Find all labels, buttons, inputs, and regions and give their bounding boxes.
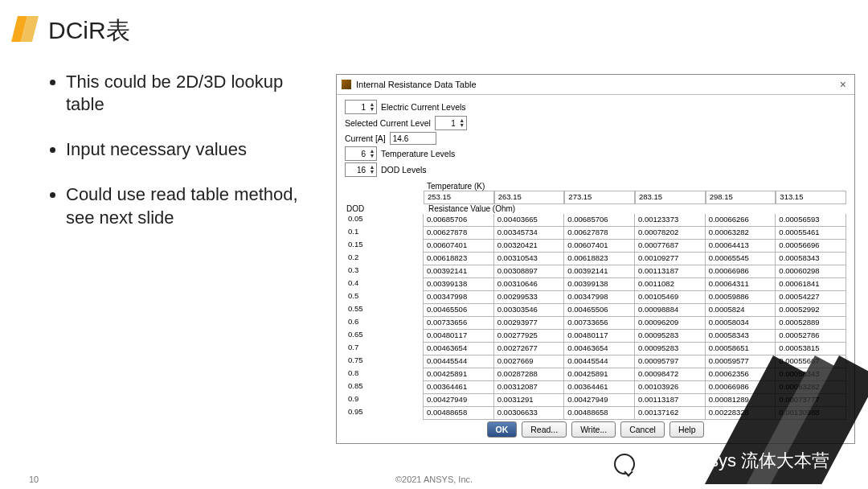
resistance-cell[interactable]: 0.00306633 [493,406,565,420]
dod-cell[interactable]: 0.9 [345,393,424,407]
resistance-cell[interactable]: 0.00052786 [775,329,846,343]
resistance-cell[interactable]: 0.00061841 [775,277,846,291]
current-input[interactable] [390,132,436,145]
selected-current-stepper[interactable]: ▲▼ [435,116,467,130]
resistance-cell[interactable]: 0.00059886 [705,290,776,304]
selected-current-input[interactable] [436,119,458,128]
resistance-cell[interactable]: 0.00303546 [493,303,565,317]
resistance-cell[interactable]: 0.00607401 [563,239,635,253]
write-button[interactable]: Write... [571,421,616,438]
close-icon[interactable]: × [837,79,850,90]
dod-cell[interactable]: 0.2 [345,252,424,265]
resistance-cell[interactable]: 0.00054227 [775,290,846,304]
resistance-cell[interactable]: 0.00465506 [563,303,635,317]
temp-col-header[interactable]: 273.15 [564,191,635,204]
dod-levels-stepper[interactable]: ▲▼ [345,162,377,177]
temp-col-header[interactable]: 298.15 [706,191,776,204]
resistance-cell[interactable]: 0.00103926 [634,380,706,394]
resistance-cell[interactable]: 0.0031291 [493,393,565,407]
resistance-cell[interactable]: 0.00065545 [705,252,776,265]
resistance-cell[interactable]: 0.00058343 [775,368,846,381]
resistance-cell[interactable]: 0.00293977 [493,316,565,330]
dod-cell[interactable]: 0.05 [345,214,424,227]
resistance-cell[interactable]: 0.00465506 [423,303,494,317]
read-button[interactable]: Read... [522,421,567,438]
temp-col-header[interactable]: 263.15 [494,191,565,204]
resistance-cell[interactable]: 0.00733656 [563,316,635,330]
resistance-cell[interactable]: 0.00077687 [634,239,706,253]
resistance-cell[interactable]: 0.00308897 [493,265,565,278]
resistance-cell[interactable]: 0.00096209 [634,316,706,330]
dod-levels-input[interactable] [346,166,368,175]
resistance-cell[interactable]: 0.00098472 [634,368,706,381]
resistance-cell[interactable]: 0.00685706 [423,214,494,227]
resistance-cell[interactable]: 0.0011082 [634,277,706,291]
resistance-cell[interactable]: 0.00058343 [705,329,776,343]
resistance-cell[interactable]: 0.00073777 [775,393,846,407]
resistance-cell[interactable]: 0.00272677 [493,342,565,355]
temp-levels-input[interactable] [346,150,368,158]
resistance-cell[interactable]: 0.00618823 [423,252,494,265]
resistance-cell[interactable]: 0.00287288 [493,368,565,381]
resistance-cell[interactable]: 0.00425891 [423,368,494,381]
resistance-cell[interactable]: 0.00312087 [493,380,565,394]
resistance-cell[interactable]: 0.00480117 [563,329,635,343]
resistance-cell[interactable]: 0.00098884 [634,303,706,317]
resistance-cell[interactable]: 0.00063282 [775,380,846,394]
resistance-cell[interactable]: 0.00062356 [705,368,776,381]
ec-levels-stepper[interactable]: ▲▼ [345,100,377,114]
resistance-cell[interactable]: 0.00488658 [423,406,494,420]
resistance-cell[interactable]: 0.00320421 [493,239,565,253]
spinner-arrows-icon[interactable]: ▲▼ [368,165,376,175]
temp-col-header[interactable]: 283.15 [635,191,706,204]
resistance-cell[interactable]: 0.00618823 [563,252,635,265]
dod-cell[interactable]: 0.8 [345,368,424,381]
ok-button[interactable]: OK [487,421,518,438]
resistance-cell[interactable]: 0.00463654 [563,342,635,355]
dod-cell[interactable]: 0.55 [345,303,424,317]
resistance-cell[interactable]: 0.00095283 [634,329,706,343]
cancel-button[interactable]: Cancel [620,421,665,438]
resistance-cell[interactable]: 0.00607401 [423,239,494,253]
resistance-cell[interactable]: 0.00095797 [634,355,706,368]
resistance-cell[interactable]: 0.00627878 [563,226,635,240]
temp-levels-stepper[interactable]: ▲▼ [345,146,377,161]
resistance-cell[interactable]: 0.00095283 [634,342,706,355]
resistance-cell[interactable]: 0.00347998 [423,290,494,304]
resistance-cell[interactable]: 0.00228328 [705,406,776,420]
resistance-cell[interactable]: 0.00081289 [705,393,776,407]
resistance-cell[interactable]: 0.00399138 [423,277,494,291]
resistance-cell[interactable]: 0.00480117 [423,329,494,343]
temp-col-header[interactable]: 313.15 [776,191,846,204]
resistance-cell[interactable]: 0.00060298 [775,265,846,278]
dod-cell[interactable]: 0.4 [345,277,424,291]
dod-cell[interactable]: 0.1 [345,226,424,240]
resistance-cell[interactable]: 0.00364461 [563,380,635,394]
dod-cell[interactable]: 0.15 [345,239,424,253]
resistance-cell[interactable]: 0.00066986 [705,265,776,278]
resistance-cell[interactable]: 0.00463654 [423,342,494,355]
resistance-cell[interactable]: 0.00113187 [634,265,706,278]
resistance-cell[interactable]: 0.00364461 [423,380,494,394]
resistance-cell[interactable]: 0.00056696 [775,239,846,253]
resistance-cell[interactable]: 0.00058343 [775,252,846,265]
resistance-cell[interactable]: 0.00427949 [563,393,635,407]
resistance-cell[interactable]: 0.00627878 [423,226,494,240]
resistance-cell[interactable]: 0.00130988 [775,406,846,420]
resistance-cell[interactable]: 0.00113187 [634,393,706,407]
temp-col-header[interactable]: 253.15 [424,191,494,204]
resistance-cell[interactable]: 0.00066266 [705,214,776,227]
resistance-cell[interactable]: 0.00064311 [705,277,776,291]
resistance-cell[interactable]: 0.00109277 [634,252,706,265]
dod-cell[interactable]: 0.95 [345,406,424,420]
dod-cell[interactable]: 0.3 [345,265,424,278]
resistance-cell[interactable]: 0.00733656 [423,316,494,330]
dod-cell[interactable]: 0.75 [345,355,424,368]
resistance-cell[interactable]: 0.00055461 [775,226,846,240]
resistance-cell[interactable]: 0.00078202 [634,226,706,240]
resistance-cell[interactable]: 0.00488658 [563,406,635,420]
spinner-arrows-icon[interactable]: ▲▼ [368,102,376,112]
spinner-arrows-icon[interactable]: ▲▼ [368,149,376,158]
resistance-cell[interactable]: 0.00053815 [775,342,846,355]
resistance-cell[interactable]: 0.00063282 [705,226,776,240]
